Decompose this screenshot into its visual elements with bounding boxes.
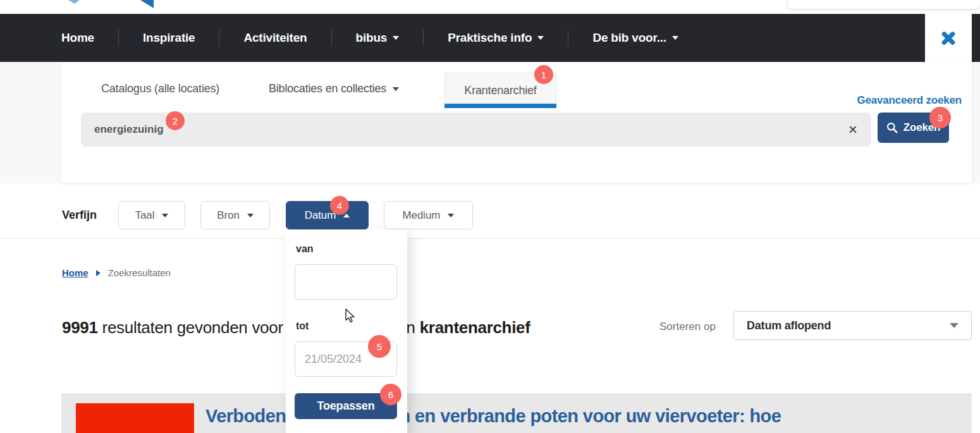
chevron-down-icon <box>393 36 399 40</box>
chevron-down-icon <box>950 323 959 328</box>
filter-medium-button[interactable]: Medium <box>384 201 473 229</box>
tab-catalogus[interactable]: Catalogus (alle locaties) <box>101 82 219 95</box>
nav-item-de-bib-voor[interactable]: De bib voor... <box>568 31 702 45</box>
nav-item-home[interactable]: Home <box>61 31 118 45</box>
tab-biblocaties[interactable]: Biblocaties en collecties <box>269 82 399 95</box>
annotation-badge-2: 2 <box>166 111 185 130</box>
date-from-label: van <box>296 243 314 255</box>
search-card: Catalogus (alle locaties) Biblocaties en… <box>61 62 972 183</box>
chevron-up-icon <box>343 214 350 217</box>
nav-item-label: Activiteiten <box>243 31 307 45</box>
advanced-search-link[interactable]: Geavanceerd zoeken <box>857 94 962 107</box>
nav-item-label: De bib voor... <box>592 31 666 45</box>
nav-item-label: Inspiratie <box>143 31 195 45</box>
nav-item-label: Praktische info <box>448 31 532 45</box>
filter-bron-button[interactable]: Bron <box>200 201 270 229</box>
filter-label: Bron <box>217 209 240 222</box>
nav-item-label: Home <box>61 31 94 45</box>
nav-item-activiteiten[interactable]: Activiteiten <box>219 31 331 45</box>
chevron-down-icon <box>247 214 254 217</box>
annotation-badge-1: 1 <box>534 65 553 84</box>
chevron-down-icon <box>162 214 168 217</box>
logo-fragment-icon <box>140 0 154 8</box>
annotation-badge-6: 6 <box>380 384 401 405</box>
results-scope: krantenarchief <box>420 318 530 338</box>
sort-selected-value: Datum aflopend <box>747 319 950 332</box>
chevron-down-icon <box>393 87 399 91</box>
tab-label: Catalogus (alle locaties) <box>101 82 219 95</box>
date-to-label: tot <box>296 320 309 332</box>
nav-item-label: bibus <box>356 31 388 45</box>
close-icon <box>940 29 957 47</box>
results-text: resultaten gevonden voor <box>98 318 288 338</box>
result-item[interactable]: Verboden te barbecueën en verbrande pote… <box>61 393 972 433</box>
tab-label: Krantenarchief <box>464 84 536 97</box>
annotation-badge-5: 5 <box>368 335 391 358</box>
chevron-down-icon <box>537 36 544 40</box>
result-thumbnail <box>76 403 194 433</box>
mouse-cursor-icon <box>345 308 358 324</box>
annotation-badge-4: 4 <box>330 196 349 215</box>
filter-label: Medium <box>403 209 441 222</box>
sort-select[interactable]: Datum aflopend <box>733 311 972 340</box>
search-icon <box>886 122 898 133</box>
chevron-down-icon <box>672 36 678 40</box>
nav-item-praktische-info[interactable]: Praktische info <box>424 31 568 45</box>
nav-item-bibus[interactable]: bibus <box>332 31 424 45</box>
annotation-badge-3: 3 <box>929 107 951 128</box>
tab-label: Biblocaties en collecties <box>269 82 386 95</box>
logo-fragment-icon <box>68 0 80 4</box>
chevron-down-icon <box>448 214 454 217</box>
nav-item-inspiratie[interactable]: Inspiratie <box>119 31 219 45</box>
sort-label: Sorteren op <box>659 320 716 333</box>
filter-taal-button[interactable]: Taal <box>118 201 185 229</box>
search-overlay-edge <box>788 0 980 9</box>
filter-label: Taal <box>135 209 155 222</box>
main-navbar: Home Inspiratie Activiteiten bibus Prakt… <box>0 14 980 62</box>
breadcrumb: Home Zoekresultaten <box>62 267 171 278</box>
breadcrumb-current: Zoekresultaten <box>108 267 171 278</box>
refine-label: Verfijn <box>62 209 97 222</box>
clear-search-icon[interactable] <box>848 125 858 135</box>
date-from-input[interactable] <box>295 264 397 300</box>
results-count: 9991 <box>62 318 98 338</box>
section-divider <box>0 238 980 239</box>
active-tab-underline <box>444 104 556 108</box>
breadcrumb-arrow-icon <box>96 270 101 276</box>
filter-datum-button[interactable]: Datum <box>286 201 369 229</box>
close-search-button[interactable] <box>925 14 972 62</box>
search-input[interactable] <box>81 113 871 147</box>
breadcrumb-home-link[interactable]: Home <box>62 267 89 278</box>
